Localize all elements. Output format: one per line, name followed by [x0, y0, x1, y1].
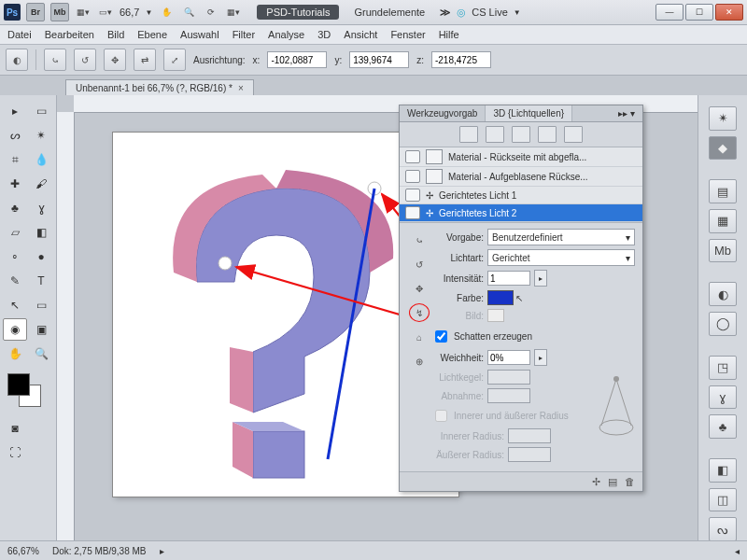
dock-swatches-icon[interactable]: ▦ — [709, 209, 737, 233]
menu-ansicht[interactable]: Ansicht — [344, 29, 377, 40]
light-point-icon[interactable]: ↯ — [409, 303, 430, 322]
light-origin-icon[interactable]: ⊕ — [409, 352, 430, 371]
list-item-selected[interactable]: ✢Gerichtetes Licht 2 — [400, 204, 642, 222]
quickmask-tool[interactable]: ◙ — [3, 417, 27, 440]
visibility-icon[interactable] — [405, 189, 420, 202]
hand-tool[interactable]: ✋ — [3, 343, 27, 365]
dock-histogram-icon[interactable]: ✴ — [709, 106, 737, 131]
3d-scale-icon[interactable]: ⤢ — [163, 49, 186, 71]
eraser-tool[interactable]: ▱ — [3, 221, 27, 244]
color-swatch[interactable] — [487, 290, 514, 305]
delete-light-icon[interactable]: 🗑 — [625, 476, 635, 487]
light-rotate-icon[interactable]: ⤿ — [409, 231, 430, 249]
softness-input[interactable] — [487, 350, 530, 365]
visibility-icon[interactable] — [405, 170, 420, 183]
workspace-preset[interactable]: PSD-Tutorials — [257, 5, 339, 20]
panel-collapse-icon[interactable]: ▸▸ ▾ — [611, 105, 642, 121]
3d-pan-icon[interactable]: ✥ — [104, 49, 126, 71]
panel-tab-3d-lights[interactable]: 3D {Lichtquellen} — [486, 105, 572, 121]
foreground-swatch[interactable] — [7, 373, 30, 396]
dock-styles-icon[interactable]: ◳ — [709, 356, 737, 380]
shadow-checkbox[interactable] — [435, 330, 447, 343]
intensity-stepper[interactable]: ▸ — [534, 270, 547, 287]
panel-tab-presets[interactable]: Werkzeugvorgab — [400, 105, 486, 121]
close-document-icon[interactable]: × — [238, 83, 244, 93]
3d-rotate-icon[interactable]: ⤿ — [44, 49, 66, 71]
zoom-icon[interactable]: 🔍 — [180, 4, 197, 21]
x-input[interactable] — [267, 51, 327, 68]
menu-3d[interactable]: 3D — [317, 29, 331, 40]
eyedropper-tool[interactable]: 💧 — [29, 148, 53, 171]
document-tab[interactable]: Unbenannt-1 bei 66,7% (?, RGB/16) * × — [65, 79, 254, 96]
menu-fenster[interactable]: Fenster — [390, 29, 425, 40]
dock-adjust-icon[interactable]: ◐ — [709, 282, 737, 306]
rotate-view-icon[interactable]: ⟳ — [203, 4, 219, 21]
3d-roll-icon[interactable]: ↺ — [74, 49, 96, 71]
menu-hilfe[interactable]: Hilfe — [439, 29, 459, 40]
workspace-alt[interactable]: Grundelemente — [345, 5, 434, 20]
visibility-icon[interactable] — [405, 150, 420, 163]
menu-datei[interactable]: Datei — [7, 29, 32, 40]
new-light-icon[interactable]: ▤ — [608, 476, 617, 488]
app-logo[interactable]: Ps — [4, 4, 21, 21]
heal-tool[interactable]: ✚ — [3, 173, 27, 195]
filter-scene-icon[interactable] — [459, 126, 478, 143]
status-zoom[interactable]: 66,67% — [7, 546, 39, 556]
tool-preset-icon[interactable]: ◐ — [6, 49, 28, 71]
softness-stepper[interactable]: ▸ — [534, 349, 547, 366]
titlebar-zoom[interactable]: 66,7 — [120, 7, 139, 18]
light-home-icon[interactable]: ⌂ — [409, 328, 430, 346]
status-doc[interactable]: Dok: 2,75 MB/9,38 MB — [52, 546, 147, 556]
blur-tool[interactable]: ∘ — [3, 245, 27, 268]
lasso-tool[interactable]: ᔕ — [3, 124, 27, 147]
cslive-icon[interactable]: ◎ — [457, 7, 466, 19]
light-type-select[interactable]: Gerichtet▾ — [487, 249, 635, 266]
filter-mesh-icon[interactable] — [486, 126, 504, 143]
cslive-label[interactable]: CS Live — [472, 7, 508, 18]
arrange-docs-icon[interactable]: ▦▾ — [75, 4, 92, 21]
filter-camera-icon[interactable] — [564, 126, 583, 143]
list-item[interactable]: Material - Aufgeblasene Rückse... — [400, 167, 642, 187]
screen-mode-icon[interactable]: ▭▾ — [97, 4, 114, 21]
dock-channels-icon[interactable]: ◫ — [709, 488, 737, 512]
pen-tool[interactable]: ✎ — [3, 270, 27, 292]
menu-bild[interactable]: Bild — [107, 29, 124, 40]
screenmode-tool[interactable]: ⛶ — [3, 441, 27, 464]
status-menu-icon[interactable]: ▸ — [160, 546, 164, 556]
3d-camera-tool[interactable]: ▣ — [29, 318, 53, 341]
preset-select[interactable]: Benutzerdefiniert▾ — [487, 229, 635, 245]
ruler-vertical[interactable] — [57, 112, 75, 541]
light-pan-icon[interactable]: ✥ — [409, 279, 430, 298]
brush-tool[interactable]: 🖌 — [29, 173, 53, 195]
filter-light-icon[interactable] — [538, 126, 557, 143]
3d-object-tool[interactable]: ◉ — [3, 318, 27, 341]
marquee-tool[interactable]: ▭ — [29, 100, 53, 122]
bridge-button[interactable]: Br — [26, 3, 45, 21]
window-close[interactable]: ✕ — [715, 4, 743, 21]
shape-tool[interactable]: ▭ — [29, 294, 53, 316]
menu-analyse[interactable]: Analyse — [268, 29, 304, 40]
intensity-input[interactable] — [487, 271, 530, 286]
menu-filter[interactable]: Filter — [233, 29, 255, 40]
3d-slide-icon[interactable]: ⇄ — [134, 49, 156, 71]
hand-icon[interactable]: ✋ — [158, 4, 175, 21]
move-tool[interactable]: ▸ — [3, 100, 27, 122]
dock-paths-icon[interactable]: ᔓ — [709, 517, 737, 541]
path-tool[interactable]: ↖ — [3, 294, 27, 316]
stamp-tool[interactable]: ♣ — [3, 197, 27, 219]
dock-mask-icon[interactable]: ◯ — [709, 312, 737, 336]
minibridge-button[interactable]: Mb — [50, 3, 69, 21]
chevron-right-icon[interactable]: ≫ — [440, 7, 451, 19]
list-item[interactable]: Material - Rückseite mit abgefla... — [400, 147, 642, 167]
dock-3d-icon[interactable]: ◆ — [709, 136, 737, 161]
dodge-tool[interactable]: ● — [29, 245, 53, 268]
z-input[interactable] — [431, 51, 491, 68]
color-swatches[interactable] — [7, 373, 45, 411]
menu-auswahl[interactable]: Auswahl — [180, 29, 219, 40]
extras-icon[interactable]: ▦▾ — [225, 4, 242, 21]
wand-tool[interactable]: ✴ — [29, 124, 53, 147]
dock-layers-icon[interactable]: ◧ — [709, 458, 737, 483]
list-item[interactable]: ✢Gerichtetes Licht 1 — [400, 187, 642, 204]
dock-mb-icon[interactable]: Mb — [709, 239, 737, 263]
zoom-tool[interactable]: 🔍 — [29, 343, 53, 365]
